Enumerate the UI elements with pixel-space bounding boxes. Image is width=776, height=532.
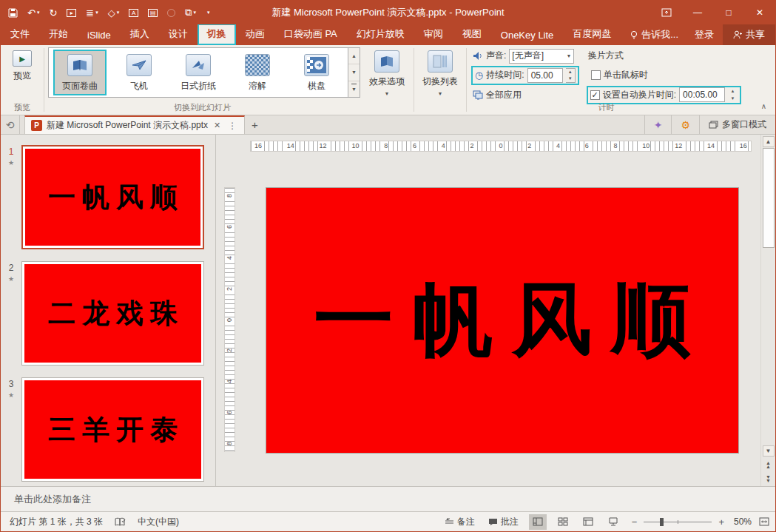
notes-placeholder[interactable]: 单击此处添加备注 [14, 493, 91, 506]
zoom-slider-thumb[interactable] [660, 518, 664, 526]
on-mouse-click-checkbox[interactable] [591, 70, 601, 80]
notes-toggle[interactable]: 备注 [442, 516, 478, 528]
slide-counter[interactable]: 幻灯片 第 1 张，共 3 张 [10, 516, 103, 528]
transition-list-button[interactable]: 切换列表 ▼ [418, 47, 462, 103]
vertical-scrollbar[interactable]: ▲ ▼ ▲▲ ▼▼ [760, 135, 775, 486]
tell-me-box[interactable]: 告诉我... [623, 28, 686, 41]
collapse-ribbon-icon[interactable]: ∧ [761, 102, 766, 110]
tab-insert[interactable]: 插入 [121, 24, 159, 45]
vertical-ruler[interactable]: 864202468 [224, 187, 235, 452]
slide-thumbnail-2[interactable]: 2 ★ 二龙戏珠 [1, 261, 215, 366]
tab-home[interactable]: 开始 [39, 24, 78, 45]
share-button[interactable]: 共享 [723, 24, 775, 45]
arrange-icon[interactable]: ⧉▾ [185, 7, 196, 18]
transition-origami[interactable]: 日式折纸 [172, 50, 224, 95]
scroll-down-icon[interactable]: ▼ [763, 445, 775, 457]
auto-advance-spinner[interactable]: ▲▼ [728, 87, 738, 102]
auto-advance-input[interactable]: 00:05.00 [679, 87, 725, 102]
customize-qat-icon[interactable]: ▾ [206, 10, 210, 16]
apply-all-row[interactable]: 全部应用 [473, 87, 578, 103]
slide-main-text[interactable]: 一帆风顺 [294, 266, 710, 374]
history-icon[interactable]: ⟲ [1, 115, 20, 134]
on-mouse-click-row[interactable]: 单击鼠标时 [588, 67, 740, 83]
duration-spinner[interactable]: ▲▼ [566, 68, 576, 83]
save-icon[interactable] [8, 8, 18, 18]
slide-canvas[interactable]: 一帆风顺 [266, 187, 739, 454]
tab-view[interactable]: 视图 [453, 24, 491, 45]
zoom-in-icon[interactable]: + [716, 516, 726, 528]
redo-icon[interactable]: ↻ [49, 7, 57, 18]
multi-window-mode-button[interactable]: 多窗口模式 [699, 115, 775, 134]
new-slide-icon[interactable]: ▤ [148, 9, 158, 17]
slideshow-view-button[interactable] [604, 514, 622, 530]
start-slideshow-icon[interactable]: ▸ [67, 9, 76, 17]
powerpoint-window: ↶▾ ↻ ▸ ≣▾ ◇▾ A ▤ ⧉▾ ▾ 新建 Microsoft Power… [0, 0, 776, 532]
tab-animations[interactable]: 动画 [236, 24, 274, 45]
normal-view-button[interactable] [529, 514, 547, 530]
tab-options-icon[interactable]: ⋮ [226, 121, 238, 131]
tab-design[interactable]: 设计 [159, 24, 198, 45]
fit-to-window-button[interactable] [759, 517, 769, 526]
tab-islide[interactable]: iSlide [78, 26, 121, 45]
tab-pocket-animation[interactable]: 口袋动画 PA [274, 24, 347, 45]
reading-view-button[interactable] [579, 514, 597, 530]
tab-file[interactable]: 文件 [1, 24, 39, 45]
spell-check-icon[interactable] [115, 517, 126, 527]
tab-review[interactable]: 审阅 [414, 24, 453, 45]
scroll-up-icon[interactable]: ▲ [763, 136, 775, 147]
minimize-button[interactable]: — [682, 1, 713, 24]
tab-transitions[interactable]: 切换 [198, 24, 236, 45]
spin-down-icon: ▼ [566, 75, 575, 82]
previous-slide-icon[interactable]: ▲▲ [763, 459, 775, 471]
next-slide-icon[interactable]: ▼▼ [763, 473, 775, 485]
transition-page-curl[interactable]: 页面卷曲 [54, 50, 106, 95]
effect-options-button[interactable]: 效果选项 ▼ [364, 47, 410, 103]
gallery-more-icon[interactable]: ▼ [348, 81, 360, 97]
gallery-scroll-up-icon[interactable]: ▲ [348, 48, 360, 64]
transition-checkerboard[interactable]: 棋盘 [291, 50, 343, 95]
transition-airplane[interactable]: 飞机 [113, 50, 165, 95]
normal-view-icon [533, 517, 543, 526]
close-button[interactable]: ✕ [744, 1, 775, 24]
preview-button[interactable]: ▶ 预览 [4, 47, 40, 103]
notes-pane[interactable]: 单击此处添加备注 [1, 486, 775, 511]
close-tab-icon[interactable]: ✕ [212, 121, 222, 130]
zoom-out-icon[interactable]: − [630, 516, 640, 528]
transition-star-icon: ★ [8, 159, 14, 166]
duration-input[interactable]: 05.00 [527, 68, 563, 83]
zoom-percentage[interactable]: 50% [734, 516, 752, 527]
slide-sorter-view-button[interactable] [554, 514, 572, 530]
gallery-scroll-down-icon[interactable]: ▼ [348, 64, 360, 81]
new-section-icon[interactable]: ≣▾ [86, 7, 98, 18]
scrollbar-thumb[interactable] [763, 148, 775, 248]
zoom-slider-track[interactable] [644, 522, 712, 522]
new-tab-icon[interactable]: + [245, 115, 264, 134]
magic-wand-button[interactable]: ✦ [644, 115, 672, 134]
sound-select[interactable]: [无声音]▼ [509, 49, 574, 64]
undo-icon[interactable]: ↶▾ [27, 7, 39, 18]
tab-slideshow[interactable]: 幻灯片放映 [347, 24, 414, 45]
tab-onekey-lite[interactable]: OneKey Lite [491, 26, 564, 45]
settings-button[interactable]: ⚙ [671, 115, 699, 134]
transition-dissolve[interactable]: 溶解 [232, 50, 283, 95]
login-button[interactable]: 登录 [686, 28, 723, 41]
airplane-icon [126, 54, 152, 76]
transition-list-icon [428, 50, 453, 73]
gallery-group-label: 切换到此幻灯片 [44, 102, 360, 113]
powerpoint-file-icon: P [31, 120, 42, 131]
language-indicator[interactable]: 中文(中国) [138, 516, 179, 528]
effect-options-icon [374, 50, 399, 73]
auto-advance-checkbox[interactable]: ✓ [590, 90, 600, 100]
textbox-icon[interactable]: A [129, 9, 138, 17]
transition-list-wrap: 切换列表 ▼ [414, 45, 466, 115]
shapes-icon[interactable]: ◇▾ [108, 7, 120, 18]
comments-toggle[interactable]: 批注 [485, 516, 522, 528]
maximize-button[interactable]: □ [713, 1, 744, 24]
dissolve-icon [245, 54, 270, 76]
document-tab[interactable]: P 新建 Microsoft PowerPoint 演示文稿.pptx ✕ ⋮ [24, 115, 245, 134]
slide-thumbnail-1[interactable]: 1 ★ 一帆风顺 [1, 145, 215, 249]
horizontal-ruler[interactable]: 1614121086420246810121416 [250, 141, 752, 152]
tab-baidu-netdisk[interactable]: 百度网盘 [563, 24, 621, 45]
slide-thumbnail-3[interactable]: 3 ★ 三羊开泰 [1, 377, 215, 482]
ribbon-display-options-icon[interactable] [651, 1, 682, 24]
